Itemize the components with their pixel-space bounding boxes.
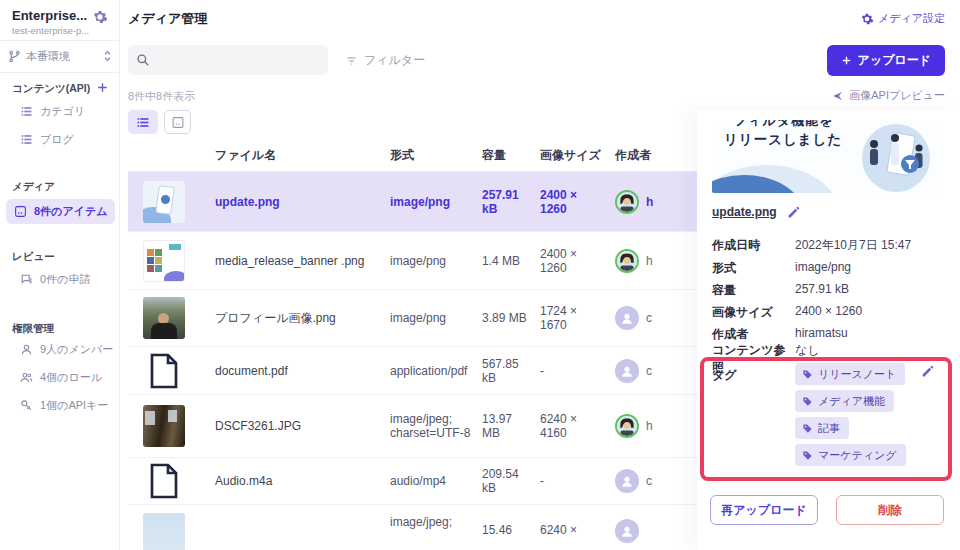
file-name: document.pdf [215,364,390,378]
divider [0,72,120,73]
file-thumbnail [143,513,185,550]
field-created-at: 作成日時 2022年10月7日 15:47 [712,237,952,254]
sidebar-item-review-requests[interactable]: 0件の申請 [20,272,90,287]
creator-avatar [615,359,639,383]
creator-name: c [646,311,652,325]
sidebar-item-label: 0件の申請 [40,272,90,287]
file-format: image/png [390,195,482,209]
creator-name: c [646,364,652,378]
field-value: hiramatsu [795,326,848,343]
file-format: image/jpeg; [390,505,482,529]
file-name: DSCF3261.JPG [215,419,390,433]
filter-label: フィルター [364,52,425,69]
delete-button[interactable]: 削除 [836,495,944,525]
media-settings-button[interactable]: メディア設定 [860,11,945,26]
creator-avatar [615,414,639,438]
chat-bubble-icon [20,273,33,286]
file-size: 257.91 kB [482,188,530,216]
git-branch-icon [8,50,21,63]
file-thumbnail [143,297,185,339]
file-dimensions: - [540,474,544,488]
sidebar: Enterprise... test-enterprise-p... 本番環境 … [0,0,120,550]
search-icon [136,53,150,67]
environment-label: 本番環境 [26,49,98,64]
file-thumbnail [143,405,185,447]
search-box [128,45,328,75]
section-content-api: コンテンツ(API) [12,82,90,96]
field-value: 2400 × 1260 [795,304,862,321]
selected-file-link[interactable]: update.png [712,205,777,219]
list-view-toggle[interactable] [128,110,158,134]
file-format: audio/mp4 [390,474,482,488]
sidebar-item-blog[interactable]: ブログ [20,132,74,147]
selected-file-preview: フィルタ機能を リリースしました [712,120,944,193]
col-dimensions: 画像サイズ [540,147,615,164]
field-label: 形式 [712,260,795,277]
gear-icon [860,12,874,26]
field-label: 画像サイズ [712,304,795,321]
chevron-updown-icon [103,50,112,62]
section-permission: 権限管理 [12,322,54,336]
field-format: 形式 image/png [712,260,952,277]
sidebar-item-members[interactable]: 9人のメンバー [20,342,113,357]
sidebar-item-api-keys[interactable]: 1個のAPIキー [20,398,108,413]
divider [0,40,120,41]
file-format: image/jpeg; charset=UTF-8 [390,412,482,440]
file-name: media_release_banner .png [215,254,390,268]
item-count-text: 8件中8件表示 [128,89,195,104]
file-icon [143,350,185,392]
file-format: application/pdf [390,364,482,378]
workspace-name: Enterprise... [12,8,92,23]
section-review: レビュー [12,250,55,264]
search-input[interactable] [156,53,316,67]
tags-highlight-annotation [700,357,952,481]
section-media: メディア [12,180,55,194]
file-name: プロフィール画像.png [215,310,390,327]
sidebar-item-media-items[interactable]: 8件のアイテム [6,199,115,224]
creator-avatar [615,469,639,493]
filter-funnel-icon [345,55,358,67]
file-thumbnail [143,181,185,223]
environment-selector[interactable]: 本番環境 [8,44,112,68]
key-icon [20,399,33,412]
grid-view-toggle[interactable] [164,110,191,134]
filter-button[interactable]: フィルター [345,52,425,69]
creator-name: c [646,474,652,488]
send-icon [831,90,844,102]
banner-text-line1: フィルタ機能を [734,120,834,130]
field-label: 作成者 [712,326,795,343]
field-creator: 作成者 hiramatsu [712,326,952,343]
sidebar-item-label: 9人のメンバー [40,342,113,357]
file-size: 15.46 [482,523,512,537]
sidebar-item-label: カテゴリ [40,104,85,119]
sidebar-item-label: 1個のAPIキー [40,398,108,413]
reupload-button[interactable]: 再アップロード [710,495,818,525]
sidebar-item-category[interactable]: カテゴリ [20,104,85,119]
creator-name: h [646,254,653,268]
image-api-preview-button[interactable]: 画像APIプレビュー [831,88,945,103]
workspace-settings-gear-icon[interactable] [92,9,108,25]
col-file-name: ファイル名 [215,147,390,164]
col-format: 形式 [390,147,482,164]
page-title: メディア管理 [128,10,207,28]
add-api-icon[interactable] [96,81,109,94]
detail-panel: フィルタ機能を リリースしました update.png 作成日時 2022年10… [697,110,960,550]
workspace-subdomain: test-enterprise-p... [12,25,112,36]
edit-filename-pencil-icon[interactable] [787,206,800,219]
field-value: image/png [795,260,851,277]
creator-avatar [615,519,639,543]
col-size: 容量 [482,147,540,164]
sidebar-item-roles[interactable]: 4個のロール [20,370,102,385]
person-icon [20,343,33,356]
field-size: 容量 257.91 kB [712,282,952,299]
file-dimensions: 2400 × 1260 [540,188,590,216]
upload-button[interactable]: アップロード [827,45,945,76]
banner-people-illustration [862,126,928,192]
field-label: 作成日時 [712,237,795,254]
file-format: image/png [390,254,482,268]
file-dimensions: 6240 × 4160 [540,412,590,440]
file-size: 13.97 MB [482,412,530,440]
people-icon [20,371,33,384]
creator-name: h [646,195,653,209]
file-dimensions: - [540,364,544,378]
